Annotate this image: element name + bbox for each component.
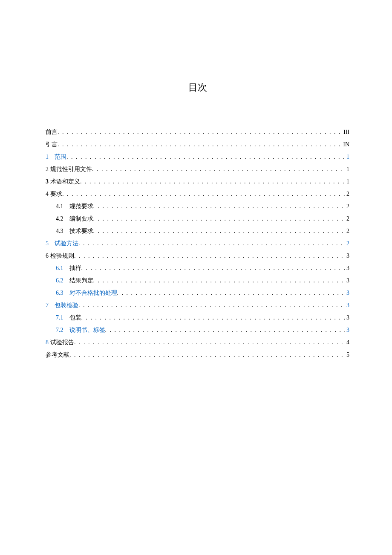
toc-leader-dots: [58, 126, 342, 138]
toc-entry-text: 试验报告: [50, 336, 74, 349]
toc-entry: 6.3对不合格批的处理3: [46, 287, 349, 299]
toc-entry-page: 2: [345, 225, 349, 237]
toc-entry-text: 结果判定: [69, 274, 93, 287]
toc-entry-label: 参考文献: [46, 349, 69, 361]
toc-entry: 7.1包装3: [46, 311, 349, 324]
toc-entry-page: 5: [345, 349, 349, 361]
toc-entry: 8试验报告4: [46, 336, 349, 349]
toc-entry-label[interactable]: 6.3对不合格批的处理: [56, 287, 117, 299]
toc-entry-text: 范围: [55, 151, 66, 163]
toc-entry-page: 3: [345, 299, 349, 311]
toc-leader-dots: [80, 175, 345, 188]
toc-entry-text: 前言: [46, 126, 58, 138]
toc-leader-dots: [117, 287, 345, 299]
toc-entry-page: 2: [345, 237, 349, 250]
toc-entry: 参考文献5: [46, 349, 349, 361]
toc-leader-dots: [74, 250, 345, 262]
toc-entry: 5试验方法2: [46, 237, 349, 250]
toc-entry-label[interactable]: 7.2说明书、标签: [56, 324, 105, 336]
toc-entry-text: 技术要求: [69, 225, 93, 237]
toc-entry-page: 2: [345, 188, 349, 200]
toc-entry-text: 对不合格批的处理: [69, 287, 117, 299]
toc-entry-label[interactable]: 8试验报告: [46, 336, 74, 349]
toc-list: 前言III引言IN1范围12规范性引用文件13术语和定义14要求24.1规范要求…: [46, 126, 349, 361]
toc-entry: 4要求2: [46, 188, 349, 200]
toc-entry-number: 4.3: [56, 225, 63, 237]
toc-entry-label[interactable]: 1范围: [46, 151, 66, 163]
toc-entry-label: 4.3技术要求: [56, 225, 93, 237]
toc-entry-number: 5: [46, 237, 49, 250]
toc-entry-text: 包装检验: [55, 299, 78, 311]
toc-leader-dots: [69, 349, 345, 361]
toc-leader-dots: [78, 299, 345, 311]
toc-entry-text: 引言: [46, 138, 58, 151]
toc-leader-dots: [93, 200, 345, 212]
toc-leader-dots: [74, 336, 345, 349]
toc-leader-dots: [66, 151, 345, 163]
toc-entry-page: III: [342, 126, 349, 138]
toc-entry-number: 7.1: [56, 311, 63, 324]
toc-entry: 6检验规则3: [46, 250, 349, 262]
toc-entry-page: 1: [345, 151, 349, 163]
toc-entry: 6.1抽样3: [46, 262, 349, 274]
toc-entry: 3术语和定义1: [46, 175, 349, 188]
toc-entry-number: 3: [46, 175, 49, 188]
toc-entry-label[interactable]: 5试验方法: [46, 237, 78, 250]
toc-entry-page: 1: [345, 163, 349, 175]
toc-entry-number: 8: [46, 336, 49, 349]
toc-entry-label: 4.1规范要求: [56, 200, 93, 212]
toc-entry-label: 3术语和定义: [46, 175, 80, 188]
toc-title: 目次: [46, 81, 349, 94]
toc-leader-dots: [62, 188, 345, 200]
toc-entry-label[interactable]: 7.1包装: [56, 311, 81, 324]
toc-entry-label[interactable]: 7包装检验: [46, 299, 78, 311]
toc-entry-text: 编制要求: [69, 212, 93, 225]
toc-entry-label: 6检验规则: [46, 250, 74, 262]
toc-entry-number: 6.2: [56, 274, 63, 287]
toc-entry-number: 2: [46, 163, 49, 175]
toc-entry-text: 规范要求: [69, 200, 93, 212]
toc-leader-dots: [81, 262, 345, 274]
toc-entry-page: IN: [341, 138, 349, 151]
toc-entry: 7.2说明书、标签3: [46, 324, 349, 336]
toc-entry: 1范围1: [46, 151, 349, 163]
toc-entry: 引言IN: [46, 138, 349, 151]
toc-entry-number: 7: [46, 299, 49, 311]
toc-entry-number: 6: [46, 250, 49, 262]
toc-entry-text: 抽样: [69, 262, 81, 274]
toc-entry-label: 前言: [46, 126, 58, 138]
toc-entry-text: 检验规则: [50, 250, 74, 262]
toc-entry-number: 4.2: [56, 212, 63, 225]
toc-entry-page: 3: [345, 287, 349, 299]
toc-entry: 2规范性引用文件1: [46, 163, 349, 175]
toc-entry-page: 2: [345, 212, 349, 225]
toc-entry-page: 1: [345, 175, 349, 188]
toc-entry-label[interactable]: 6.2结果判定: [56, 274, 93, 287]
toc-entry-number: 6.1: [56, 262, 63, 274]
toc-entry: 前言III: [46, 126, 349, 138]
toc-entry-page: 4: [345, 336, 349, 349]
toc-entry-text: 包装: [69, 311, 81, 324]
toc-entry-label[interactable]: 6.1抽样: [56, 262, 81, 274]
toc-leader-dots: [93, 225, 345, 237]
toc-entry-page: 2: [345, 200, 349, 212]
toc-entry-text: 试验方法: [55, 237, 78, 250]
toc-entry: 7包装检验3: [46, 299, 349, 311]
toc-leader-dots: [105, 324, 345, 336]
toc-entry-label: 4.2编制要求: [56, 212, 93, 225]
toc-entry-text: 参考文献: [46, 349, 69, 361]
toc-entry: 4.3技术要求2: [46, 225, 349, 237]
toc-entry-number: 4: [46, 188, 49, 200]
toc-entry-label: 2规范性引用文件: [46, 163, 92, 175]
toc-entry: 6.2结果判定3: [46, 274, 349, 287]
toc-entry: 4.2编制要求2: [46, 212, 349, 225]
toc-entry-page: 3: [345, 250, 349, 262]
toc-entry-label: 4要求: [46, 188, 62, 200]
toc-entry-page: 3: [345, 311, 349, 324]
toc-entry-text: 规范性引用文件: [50, 163, 92, 175]
toc-entry: 4.1规范要求2: [46, 200, 349, 212]
toc-entry-number: 6.3: [56, 287, 63, 299]
toc-entry-text: 要求: [50, 188, 62, 200]
toc-entry-label: 引言: [46, 138, 58, 151]
toc-leader-dots: [81, 311, 345, 324]
